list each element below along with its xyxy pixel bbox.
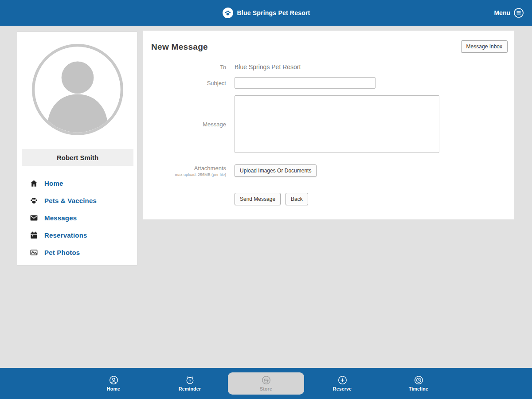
- bottomnav-label: Reserve: [333, 386, 352, 391]
- send-message-button[interactable]: Send Message: [235, 193, 281, 205]
- subject-input[interactable]: [235, 77, 376, 89]
- sidebar-item-home[interactable]: Home: [30, 175, 133, 192]
- back-button[interactable]: Back: [286, 193, 308, 205]
- attachments-label-text: Attachments: [143, 165, 226, 172]
- message-textarea[interactable]: [235, 95, 439, 153]
- store-icon: [262, 376, 271, 385]
- bottomnav-home[interactable]: Home: [75, 372, 152, 395]
- top-app-bar: Blue Springs Pet Resort Menu: [0, 0, 532, 26]
- sidebar-item-pets-vaccines[interactable]: Pets & Vaccines: [30, 192, 133, 209]
- photos-icon: [30, 248, 38, 257]
- sidebar-item-reservations[interactable]: Reservations: [30, 227, 133, 244]
- bottom-nav-bar: Home Reminder Store: [0, 368, 532, 399]
- attachments-row: Attachments max upload: 256MB (per file)…: [143, 164, 514, 177]
- bottomnav-timeline[interactable]: Timeline: [380, 372, 457, 395]
- bottomnav-reserve[interactable]: Reserve: [304, 372, 380, 395]
- hamburger-menu-icon: [513, 8, 524, 18]
- account-icon: [109, 376, 118, 385]
- bottomnav-reminder[interactable]: Reminder: [152, 372, 228, 395]
- bottomnav-label: Timeline: [409, 386, 428, 391]
- sidebar-item-label: Pets & Vaccines: [44, 197, 97, 204]
- paw-icon: [30, 196, 38, 205]
- sidebar-item-messages[interactable]: Messages: [30, 209, 133, 227]
- profile-sidebar: Robert Smith Home Pets & Vaccines: [17, 31, 137, 266]
- sidebar-item-pet-photos[interactable]: Pet Photos: [30, 244, 133, 261]
- message-inbox-button[interactable]: Message Inbox: [461, 40, 508, 53]
- to-value: Blue Springs Pet Resort: [235, 63, 301, 70]
- sidebar-item-label: Messages: [44, 214, 77, 222]
- calendar-icon: [30, 231, 38, 239]
- bottomnav-label: Reminder: [179, 386, 201, 391]
- sidebar-nav: Home Pets & Vaccines Messag: [30, 175, 133, 261]
- timeline-icon: [414, 376, 423, 385]
- subject-label: Subject: [143, 80, 235, 86]
- attachments-label: Attachments max upload: 256MB (per file): [143, 165, 235, 177]
- message-row: Message: [143, 95, 514, 153]
- brand-title: Blue Springs Pet Resort: [237, 9, 310, 16]
- new-message-panel: New Message Message Inbox To Blue Spring…: [143, 30, 514, 220]
- menu-button[interactable]: Menu: [494, 0, 524, 26]
- upload-button[interactable]: Upload Images Or Documents: [235, 164, 317, 177]
- reserve-plus-icon: [338, 376, 347, 385]
- bottomnav-label: Store: [260, 386, 272, 391]
- reminder-icon: [185, 376, 195, 385]
- subject-row: Subject: [143, 77, 514, 89]
- page-title: New Message: [151, 42, 208, 52]
- to-row: To Blue Springs Pet Resort: [143, 63, 514, 70]
- attachments-hint: max upload: 256MB (per file): [143, 172, 226, 177]
- user-name: Robert Smith: [22, 149, 133, 166]
- sidebar-item-label: Pet Photos: [44, 249, 80, 256]
- brand-logo-icon: [222, 7, 234, 19]
- sidebar-item-label: Reservations: [44, 231, 87, 239]
- bottomnav-store[interactable]: Store: [228, 372, 304, 395]
- home-icon: [30, 179, 38, 188]
- avatar: [31, 43, 124, 136]
- menu-label: Menu: [494, 9, 510, 16]
- message-label: Message: [143, 121, 235, 128]
- to-label: To: [143, 64, 235, 70]
- new-message-form: To Blue Springs Pet Resort Subject Messa…: [143, 63, 514, 212]
- bottomnav-label: Home: [107, 386, 120, 391]
- envelope-icon: [30, 214, 38, 222]
- sidebar-item-label: Home: [44, 180, 63, 187]
- actions-row: Send Message Back: [143, 193, 514, 205]
- brand: Blue Springs Pet Resort: [222, 7, 310, 19]
